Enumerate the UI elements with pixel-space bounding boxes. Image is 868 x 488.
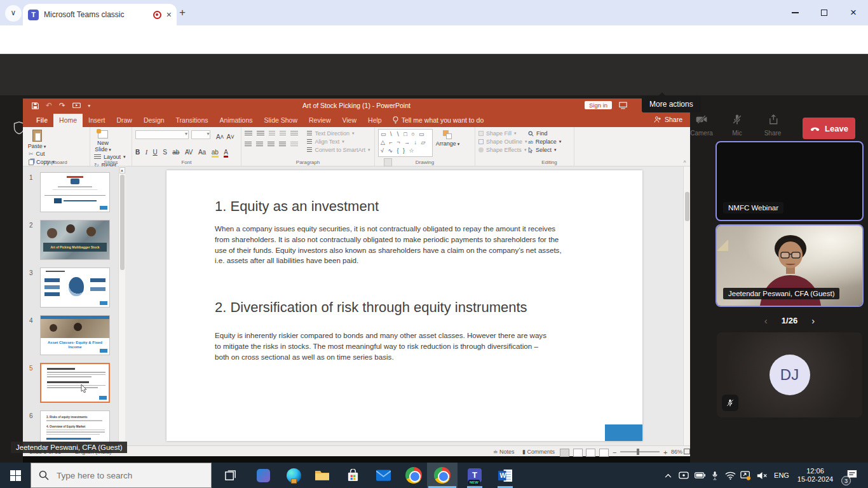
pager-next-icon[interactable]: › [811, 315, 815, 326]
tell-me-box[interactable]: Tell me what you want to do [388, 114, 489, 127]
slideshow-view-button[interactable] [599, 449, 609, 457]
window-restore-button[interactable] [810, 0, 839, 25]
thumbnail-scrollbar[interactable]: ▲ [118, 166, 125, 445]
store-button[interactable] [337, 463, 368, 488]
justify-button[interactable] [279, 142, 286, 147]
fit-to-window-icon[interactable] [684, 449, 690, 454]
tab-draw[interactable]: Draw [111, 114, 138, 127]
char-spacing-button[interactable]: AV [185, 149, 193, 156]
italic-button[interactable]: I [146, 149, 147, 156]
numbering-button[interactable] [257, 131, 264, 136]
font-color-button[interactable]: A [224, 149, 228, 158]
zoom-out-button[interactable]: − [613, 449, 616, 456]
smartart-button[interactable]: Convert to SmartArt▾ [307, 147, 370, 153]
decrease-indent-button[interactable] [269, 131, 275, 136]
text-direction-button[interactable]: Text Direction▾ [307, 130, 370, 137]
zoom-slider-handle[interactable] [637, 449, 639, 455]
font-name-dropdown[interactable] [135, 130, 189, 139]
tab-file[interactable]: File [31, 114, 53, 127]
teams-app-button[interactable]: T NEW [459, 463, 490, 488]
collapse-ribbon-icon[interactable]: ˄ [683, 159, 686, 165]
new-tab-button[interactable]: + [179, 6, 186, 19]
align-center-button[interactable] [256, 142, 263, 147]
display-settings-icon[interactable] [619, 102, 627, 109]
window-minimize-button[interactable] [780, 0, 810, 25]
clock[interactable]: 12:06 15-02-2024 [792, 467, 838, 484]
bold-button[interactable]: B [135, 149, 140, 156]
line-spacing-button[interactable] [290, 131, 298, 136]
tray-volume-button[interactable] [754, 463, 770, 488]
ppt-sign-in-button[interactable]: Sign in [585, 101, 612, 109]
slide-sorter-view-button[interactable] [573, 449, 583, 457]
ppt-share-button[interactable]: Share [654, 116, 682, 123]
decrease-font-button[interactable]: A˅ [226, 133, 234, 140]
tray-battery-button[interactable] [692, 463, 707, 488]
comments-button[interactable]: ▮ Comments [522, 449, 555, 455]
zoom-level[interactable]: 86% [671, 449, 682, 455]
taskbar-search[interactable] [31, 463, 212, 488]
columns-button[interactable] [290, 142, 298, 147]
shadow-button[interactable]: S [163, 149, 167, 156]
tray-virtualcam-button[interactable] [676, 463, 691, 488]
bullets-button[interactable] [245, 131, 252, 136]
start-button[interactable] [0, 463, 31, 488]
thumb-scroll-handle[interactable] [120, 175, 125, 270]
participant-tile-nmfc[interactable]: NMFC Webinar [715, 141, 864, 221]
editor-scrollbar[interactable] [683, 166, 690, 445]
zoom-in-button[interactable]: + [663, 449, 667, 456]
tab-view[interactable]: View [336, 114, 362, 127]
increase-indent-button[interactable] [280, 131, 286, 136]
edge-app-button[interactable] [278, 463, 309, 488]
task-view-button[interactable] [215, 463, 245, 488]
tray-mic-button[interactable] [707, 463, 722, 488]
leave-button[interactable]: Leave [803, 118, 855, 139]
new-slide-button[interactable]: New Slide ▾ [93, 129, 112, 152]
paste-button[interactable]: Paste ▾ [26, 129, 48, 149]
tab-insert[interactable]: Insert [83, 114, 111, 127]
thumbnail-slide-6[interactable]: 3. Risks of equity investments 4. Overvi… [40, 410, 110, 445]
tab-close-icon[interactable]: × [166, 10, 172, 20]
window-close-button[interactable]: × [839, 0, 868, 25]
align-left-button[interactable] [245, 142, 252, 147]
change-case-button[interactable]: Aa [198, 149, 206, 156]
replace-button[interactable]: abReplace▾ [528, 139, 561, 145]
thumbnail-slide-2[interactable]: Art of Picking Multibagger Stock [40, 220, 110, 260]
cut-button[interactable]: ✂Cut [29, 151, 75, 157]
office-app-button[interactable] [248, 463, 278, 488]
chrome-button[interactable] [398, 463, 429, 488]
align-text-button[interactable]: Align Text▾ [307, 139, 370, 145]
scroll-up-icon[interactable]: ▲ [119, 167, 125, 173]
word-app-button[interactable]: W [490, 463, 520, 488]
tab-slideshow[interactable]: Slide Show [259, 114, 304, 127]
tab-design[interactable]: Design [138, 114, 170, 127]
select-button[interactable]: Select▾ [528, 147, 561, 153]
notes-button[interactable]: ≐ Notes [493, 449, 515, 455]
arrange-button[interactable]: Arrange ▾ [435, 129, 459, 147]
underline-button[interactable]: U [153, 149, 157, 156]
strikethrough-button[interactable]: ab [172, 149, 179, 156]
search-input[interactable] [57, 471, 184, 480]
increase-font-button[interactable]: A˄ [216, 133, 224, 140]
participant-tile-dj[interactable]: DJ [717, 332, 862, 417]
tray-wifi-button[interactable] [722, 463, 738, 488]
highlight-color-button[interactable]: ab [212, 149, 219, 158]
find-button[interactable]: Find [528, 130, 561, 137]
mail-button[interactable] [368, 463, 398, 488]
editor-scroll-handle[interactable] [685, 192, 689, 221]
thumbnail-slide-3[interactable] [40, 268, 110, 308]
tray-cast-button[interactable] [738, 463, 753, 488]
browser-tab[interactable]: T Microsoft Teams classic × [23, 4, 177, 25]
shapes-gallery[interactable]: ▭ \ ∖ □ ○ ▭△ ⌐ ¬ → ↓ ▱√ ∿ { } ☆ [378, 129, 433, 157]
participant-tile-jeetendar[interactable]: Jeetendar Peswani, CFA (Guest) [715, 224, 864, 307]
notification-center-button[interactable]: 3 [840, 463, 863, 488]
slide-canvas[interactable]: 1. Equity as an investment When a compan… [166, 170, 642, 441]
thumbnail-slide-4[interactable]: Asset Classes- Equity & Fixed Income [40, 315, 110, 355]
chrome-active-button[interactable] [427, 463, 458, 488]
normal-view-button[interactable] [560, 449, 569, 457]
reading-view-button[interactable] [586, 449, 595, 457]
tab-help[interactable]: Help [362, 114, 388, 127]
tab-search-chevron-icon[interactable]: ∨ [5, 5, 22, 22]
zoom-slider[interactable] [620, 451, 660, 452]
font-size-dropdown[interactable] [191, 130, 210, 139]
thumbnail-slide-5-selected[interactable] [40, 363, 110, 403]
